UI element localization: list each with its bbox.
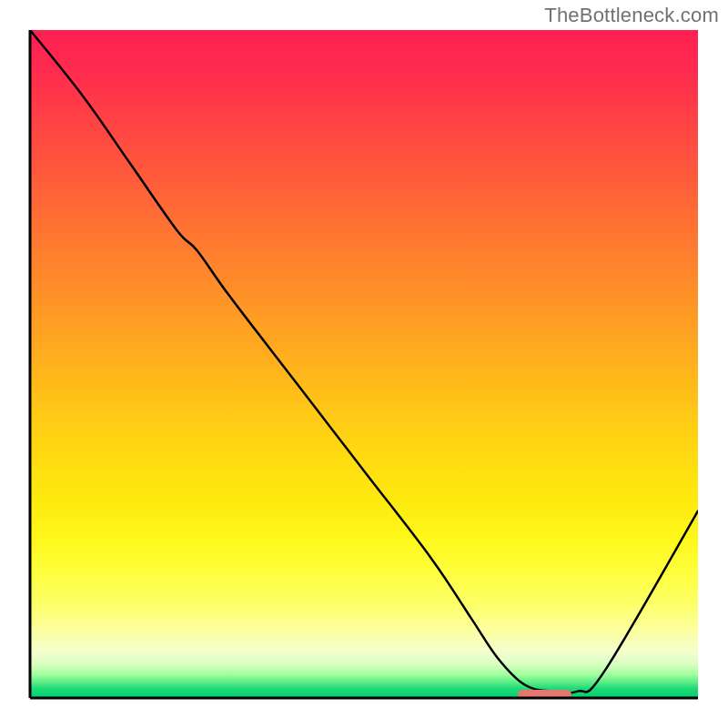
bottleneck-curve — [30, 30, 698, 693]
chart-wrapper: TheBottleneck.com — [0, 0, 728, 728]
curve-layer — [30, 30, 698, 698]
plot-area — [30, 30, 698, 698]
watermark-text: TheBottleneck.com — [544, 4, 719, 27]
optimal-marker — [518, 690, 571, 699]
